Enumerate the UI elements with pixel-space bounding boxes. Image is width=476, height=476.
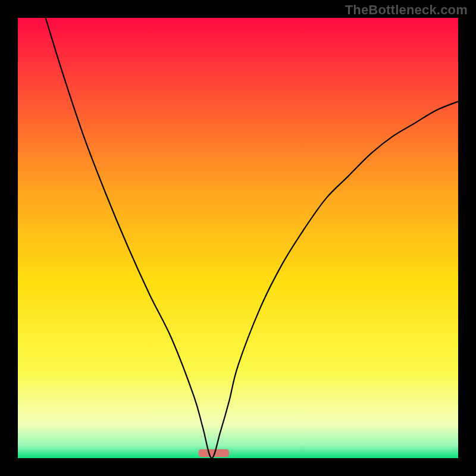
chart-frame: TheBottleneck.com — [0, 0, 476, 476]
bottleneck-chart — [18, 18, 458, 458]
plot-area — [18, 18, 458, 458]
watermark-text: TheBottleneck.com — [345, 2, 468, 18]
gradient-background — [18, 18, 458, 458]
